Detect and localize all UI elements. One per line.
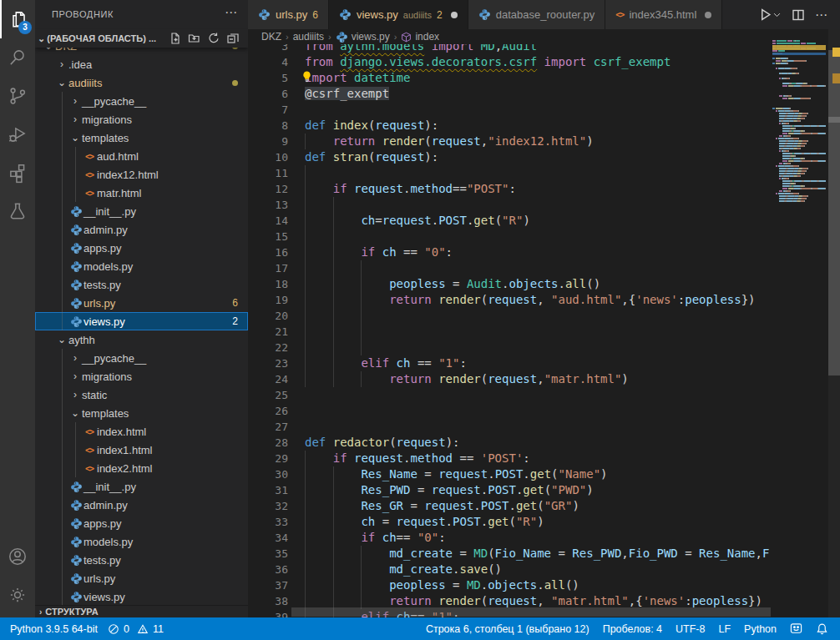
- code-line-7[interactable]: 7: [248, 102, 772, 118]
- settings-gear-icon[interactable]: [0, 576, 35, 614]
- explorer-icon[interactable]: 3: [0, 0, 35, 38]
- tab-index345.html[interactable]: <>index345.html: [605, 0, 722, 29]
- source-control-icon[interactable]: [0, 77, 35, 115]
- eol-status[interactable]: LF: [718, 623, 731, 635]
- code-line-6[interactable]: 6@csrf_exempt: [248, 86, 772, 102]
- language-mode-status[interactable]: Python: [744, 623, 777, 635]
- new-file-icon[interactable]: [169, 32, 182, 45]
- breadcrumb-item-DKZ[interactable]: DKZ: [261, 31, 281, 43]
- collapse-all-icon[interactable]: [226, 32, 240, 45]
- notifications-bell-icon[interactable]: [816, 622, 828, 635]
- code-line-32[interactable]: 32 Res_GR = request.POST.get("GR"): [248, 498, 772, 514]
- minimap[interactable]: [772, 40, 826, 617]
- breadcrumb-item-index[interactable]: index: [401, 31, 439, 43]
- tab-urls.py[interactable]: urls.py6: [248, 0, 329, 29]
- code-line-27[interactable]: 27: [248, 419, 772, 435]
- refresh-icon[interactable]: [207, 32, 220, 45]
- search-icon[interactable]: [0, 38, 35, 77]
- tree-item-tests.py[interactable]: tests.py: [35, 275, 248, 294]
- code-line-29[interactable]: 29 if request.method == 'POST':: [248, 451, 772, 466]
- run-and-debug-icon[interactable]: [0, 115, 35, 154]
- vertical-scrollbar[interactable]: [828, 29, 840, 617]
- tree-item-index.html[interactable]: <>index.html: [35, 422, 248, 441]
- tree-item-apps.py[interactable]: apps.py: [35, 239, 248, 257]
- run-button[interactable]: [758, 8, 782, 22]
- breadcrumb-item-views.py[interactable]: views.py: [336, 31, 390, 43]
- code-line-17[interactable]: 17: [248, 260, 772, 276]
- code-line-11[interactable]: 11: [248, 165, 772, 181]
- tree-item-index1.html[interactable]: <>index1.html: [35, 441, 248, 459]
- code-line-33[interactable]: 33 ch = request.POST.get("R"): [248, 514, 772, 530]
- problems-status[interactable]: 0 11: [108, 623, 164, 635]
- code-line-5[interactable]: 5import datetime: [248, 70, 772, 86]
- code-line-14[interactable]: 14 ch=request.POST.get("R"): [248, 213, 772, 229]
- code-line-10[interactable]: 10def stran(request):: [248, 149, 772, 165]
- modified-dot-icon[interactable]: [705, 12, 711, 18]
- tree-item-urls.py[interactable]: urls.py: [35, 569, 248, 587]
- tree-item-migrations[interactable]: ›migrations: [35, 367, 248, 386]
- tree-item-urls.py[interactable]: urls.py6: [35, 294, 248, 312]
- code-line-18[interactable]: 18 peopless = Audit.objects.all(): [248, 276, 772, 292]
- tree-item-__init__.py[interactable]: __init__.py: [35, 477, 248, 496]
- new-folder-icon[interactable]: [188, 32, 201, 45]
- tree-item-__pycache__[interactable]: ›__pycache__: [35, 92, 248, 110]
- tree-item-__init__.py[interactable]: __init__.py: [35, 202, 248, 220]
- code-line-25[interactable]: 25: [248, 387, 772, 403]
- tab-views.py[interactable]: views.pyaudiiits2: [329, 0, 468, 29]
- code-line-13[interactable]: 13: [248, 197, 772, 213]
- code-editor[interactable]: 3from aythh.models import MD,Audit4from …: [248, 38, 772, 617]
- sidebar-more-actions-icon[interactable]: ⋯: [225, 5, 238, 20]
- tree-item-templates[interactable]: ⌄templates: [35, 129, 248, 147]
- breadcrumb-item-audiiits[interactable]: audiiits: [293, 31, 324, 43]
- tree-item-views.py[interactable]: views.py: [35, 587, 248, 605]
- code-line-26[interactable]: 26: [248, 403, 772, 419]
- indentation-status[interactable]: Пробелов: 4: [603, 623, 662, 635]
- tree-item-models.py[interactable]: models.py: [35, 257, 248, 275]
- cursor-position-status[interactable]: Строка 6, столбец 1 (выбрано 12): [426, 623, 590, 635]
- account-icon[interactable]: [0, 537, 35, 576]
- code-line-23[interactable]: 23 elif ch == "1":: [248, 355, 772, 371]
- tree-item-models.py[interactable]: models.py: [35, 532, 248, 551]
- code-line-9[interactable]: 9 return render(request,"index12.html"): [248, 134, 772, 149]
- code-line-4[interactable]: 4from django.views.decorators.csrf impor…: [248, 54, 772, 70]
- workspace-section-header[interactable]: ⌄ (РАБОЧАЯ ОБЛАСТЬ) ...: [35, 29, 248, 48]
- code-line-35[interactable]: 35 md_create = MD(Fio_Name = Res_PWD,Fio…: [248, 546, 772, 562]
- code-line-24[interactable]: 24 return render(request,"matr.html"): [248, 371, 772, 387]
- code-line-31[interactable]: 31 Res_PWD = request.POST.get("PWD"): [248, 482, 772, 498]
- tree-item-aythh[interactable]: ⌄aythh: [35, 330, 248, 349]
- encoding-status[interactable]: UTF-8: [676, 623, 705, 635]
- code-line-8[interactable]: 8def index(request):: [248, 118, 772, 134]
- testing-icon[interactable]: [0, 192, 35, 230]
- code-line-15[interactable]: 15: [248, 229, 772, 244]
- tree-item-templates[interactable]: ⌄templates: [35, 404, 248, 422]
- python-interpreter-status[interactable]: Python 3.9.5 64-bit: [10, 623, 98, 635]
- tree-item-apps.py[interactable]: apps.py: [35, 514, 248, 532]
- code-line-12[interactable]: 12 if request.method=="POST":: [248, 181, 772, 197]
- vertical-scrollbar-thumb[interactable]: [828, 50, 840, 375]
- tree-item-aud.html[interactable]: <>aud.html: [35, 147, 248, 165]
- tree-item-migrations[interactable]: ›migrations: [35, 110, 248, 129]
- tab-database_roouter.py[interactable]: database_roouter.py: [468, 0, 606, 29]
- horizontal-scrollbar[interactable]: [291, 607, 771, 617]
- feedback-smiley-icon[interactable]: [790, 622, 802, 635]
- tree-item-index12.html[interactable]: <>index12.html: [35, 165, 248, 184]
- tree-item-tests.py[interactable]: tests.py: [35, 551, 248, 569]
- code-line-22[interactable]: 22: [248, 340, 772, 355]
- tree-item-admin.py[interactable]: admin.py: [35, 496, 248, 514]
- tree-item-__pycache__[interactable]: ›__pycache__: [35, 349, 248, 367]
- tree-item-index2.html[interactable]: <>index2.html: [35, 459, 248, 477]
- outline-section-header[interactable]: › СТРУКТУРА: [35, 605, 248, 617]
- lightbulb-icon[interactable]: [301, 70, 314, 83]
- modified-dot-icon[interactable]: [451, 12, 458, 18]
- code-line-19[interactable]: 19 return render(request, "aud.html",{'n…: [248, 292, 772, 308]
- tree-item-static[interactable]: ›static: [35, 386, 248, 404]
- tree-item-views.py[interactable]: views.py2: [35, 312, 248, 330]
- code-line-21[interactable]: 21: [248, 324, 772, 340]
- more-actions-icon[interactable]: ⋯: [815, 8, 828, 23]
- code-line-30[interactable]: 30 Res_Name = request.POST.get("Name"): [248, 466, 772, 482]
- code-line-34[interactable]: 34 if ch== "0":: [248, 530, 772, 546]
- split-editor-icon[interactable]: [792, 8, 805, 22]
- code-line-36[interactable]: 36 md_create.save(): [248, 562, 772, 577]
- tree-item-audiiits[interactable]: ⌄audiiits: [35, 73, 248, 92]
- tree-item-admin.py[interactable]: admin.py: [35, 220, 248, 239]
